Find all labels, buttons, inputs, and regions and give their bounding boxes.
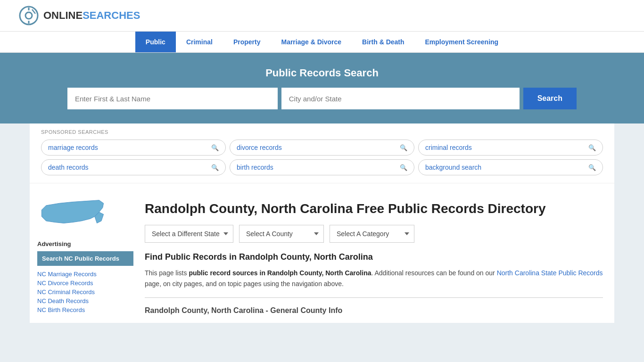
nav-public[interactable]: Public (135, 32, 176, 52)
logo-text: ONLINESEARCHES (43, 9, 140, 22)
pill-marriage-records[interactable]: marriage records 🔍 (41, 140, 226, 156)
advertising-label: Advertising (37, 240, 133, 247)
header: ONLINESEARCHES (0, 0, 644, 32)
sponsored-label: SPONSORED SEARCHES (41, 129, 603, 135)
logo-icon (19, 6, 39, 25)
pill-death-records[interactable]: death records 🔍 (41, 159, 226, 175)
name-input[interactable] (67, 88, 278, 109)
sponsored-section: SPONSORED SEARCHES marriage records 🔍 di… (30, 123, 614, 183)
state-dropdown[interactable]: Select a Different State (145, 225, 233, 243)
sidebar-link-divorce[interactable]: NC Divorce Records (37, 280, 133, 287)
search-icon: 🔍 (588, 144, 596, 151)
pill-label: divorce records (237, 144, 282, 151)
pill-label: background search (425, 164, 481, 171)
category-dropdown[interactable]: Select A Category (330, 225, 414, 243)
search-icon: 🔍 (211, 164, 219, 171)
search-button[interactable]: Search (523, 88, 577, 109)
search-banner: Public Records Search Search (0, 53, 644, 123)
pill-criminal-records[interactable]: criminal records 🔍 (418, 140, 603, 156)
content-area: Advertising Search NC Public Records NC … (30, 183, 614, 323)
dropdown-row: Select a Different State Select A County… (145, 225, 603, 243)
right-content: Randolph County, North Carolina Free Pub… (133, 183, 614, 323)
page-title-section: Randolph County, North Carolina Free Pub… (145, 191, 603, 225)
page-title: Randolph County, North Carolina Free Pub… (145, 200, 546, 217)
banner-title: Public Records Search (19, 67, 625, 79)
sidebar-link-death[interactable]: NC Death Records (37, 297, 133, 304)
search-icon: 🔍 (211, 144, 219, 151)
general-info-heading: Randolph County, North Carolina - Genera… (145, 306, 603, 315)
pill-label: death records (48, 164, 89, 171)
sidebar: Advertising Search NC Public Records NC … (30, 183, 133, 323)
find-text: This page lists public record sources in… (145, 268, 603, 289)
sidebar-link-criminal[interactable]: NC Criminal Records (37, 288, 133, 296)
section-divider (145, 297, 603, 298)
pill-grid: marriage records 🔍 divorce records 🔍 cri… (41, 140, 603, 175)
ad-box[interactable]: Search NC Public Records (37, 251, 133, 266)
search-form: Search (67, 88, 577, 109)
nav-criminal[interactable]: Criminal (176, 32, 223, 52)
location-input[interactable] (281, 88, 520, 109)
pill-background-search[interactable]: background search 🔍 (418, 159, 603, 175)
pill-divorce-records[interactable]: divorce records 🔍 (230, 140, 414, 156)
search-icon: 🔍 (400, 164, 407, 171)
nc-map (37, 191, 108, 233)
pill-label: criminal records (425, 144, 472, 151)
pill-label: birth records (237, 164, 273, 171)
state-map-container (37, 191, 133, 235)
nav-marriage-divorce[interactable]: Marriage & Divorce (271, 32, 352, 52)
nav-property[interactable]: Property (223, 32, 271, 52)
nav-birth-death[interactable]: Birth & Death (352, 32, 414, 52)
county-dropdown[interactable]: Select A County (239, 225, 324, 243)
nc-public-records-link[interactable]: North Carolina State Public Records (497, 269, 603, 277)
search-icon: 🔍 (400, 144, 407, 151)
sidebar-link-birth[interactable]: NC Birth Records (37, 306, 133, 313)
search-icon: 🔍 (588, 164, 596, 171)
pill-label: marriage records (48, 144, 98, 151)
sidebar-link-marriage[interactable]: NC Marriage Records (37, 271, 133, 278)
nav-employment[interactable]: Employment Screening (415, 32, 509, 52)
pill-birth-records[interactable]: birth records 🔍 (230, 159, 414, 175)
logo: ONLINESEARCHES (19, 6, 140, 25)
main-nav: Public Criminal Property Marriage & Divo… (0, 32, 644, 53)
find-heading: Find Public Records in Randolph County, … (145, 252, 603, 262)
main-content: SPONSORED SEARCHES marriage records 🔍 di… (30, 123, 614, 323)
